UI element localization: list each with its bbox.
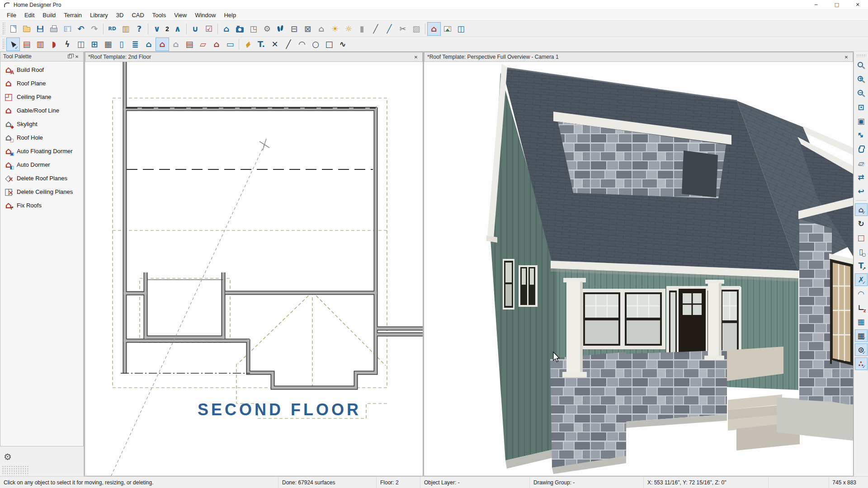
floor-down-button[interactable]: ∨ <box>150 22 164 36</box>
palette-item-fix-roofs[interactable]: ⌂↱Fix Roofs <box>0 198 83 212</box>
display-options-button[interactable]: ☑ <box>202 22 216 36</box>
palette-item-roof-hole[interactable]: ⌂▢Roof Hole <box>0 131 83 144</box>
undo-zoom-button[interactable]: ⊡ <box>855 101 868 113</box>
material-eyedropper-button[interactable]: ╱ <box>382 22 396 36</box>
redo-button[interactable]: ↷ <box>88 22 101 36</box>
gable-roof-button[interactable]: ⌂ <box>210 38 223 51</box>
zoom-in-button[interactable]: + <box>855 73 868 85</box>
menu-file[interactable]: File <box>3 10 20 20</box>
print-layout-button[interactable] <box>61 22 74 36</box>
toolbar-drag-handle[interactable] <box>856 54 866 57</box>
fence-tools-button[interactable]: ▥ <box>33 38 47 51</box>
wall-tools-button[interactable]: ▤ <box>20 38 33 51</box>
palette-item-build-roof[interactable]: ⌂ABuild Roof <box>0 63 83 76</box>
menu-view[interactable]: View <box>170 10 191 20</box>
final-view-button[interactable]: ⌂ <box>315 22 328 36</box>
arc-snap-button[interactable]: ◠ <box>855 287 868 300</box>
reference-display-button[interactable]: RD <box>105 22 119 36</box>
open-plan-button[interactable] <box>20 22 33 36</box>
window-titlebar[interactable]: Home Designer Pro ─□✕ <box>0 0 868 10</box>
door-tools-button[interactable]: ◫ <box>74 38 88 51</box>
toolbar-drag-handle[interactable] <box>2 38 5 50</box>
grid-display-button[interactable]: ▦ <box>855 315 868 328</box>
print-button[interactable] <box>47 22 61 36</box>
palette-item-auto-dormer[interactable]: ⌂◧Auto Dormer <box>0 158 83 171</box>
fill-window-building-button[interactable]: ↕ <box>855 129 868 141</box>
floor-up-button[interactable]: ∧ <box>171 22 184 36</box>
layer-display-options-button[interactable]: ▱ <box>855 157 868 169</box>
undo-button[interactable]: ↶ <box>74 22 88 36</box>
cad-circle-button[interactable]: ○ <box>309 38 322 51</box>
library-browser-button[interactable]: ▥ <box>119 22 132 36</box>
save-plan-button[interactable] <box>33 22 47 36</box>
cad-arc-button[interactable]: ◠ <box>295 38 309 51</box>
walkthrough-button[interactable] <box>274 22 288 36</box>
fixture-tools-button[interactable]: ▯ <box>115 38 128 51</box>
camera-panel-titlebar[interactable]: *Roof Template: Perspective Full Overvie… <box>424 52 853 62</box>
cabinet-tools-button[interactable]: ▦ <box>101 38 115 51</box>
close-button[interactable]: ✕ <box>847 0 868 9</box>
camera-view-canvas[interactable] <box>424 62 853 476</box>
slab-tools-button[interactable]: ▭ <box>223 38 237 51</box>
palette-drag-handle[interactable] <box>2 465 29 475</box>
preview-button[interactable]: ▯○ <box>855 245 868 258</box>
palette-float-button[interactable] <box>66 53 73 60</box>
menu-tools[interactable]: Tools <box>148 10 170 20</box>
plan-view-canvas[interactable]: SECOND FLOOR <box>85 62 423 476</box>
camera-dolly-button[interactable]: ⊟ <box>288 22 301 36</box>
palette-item-gable-roof-line[interactable]: ⌂Gable/Roof Line <box>0 103 83 117</box>
picture-file-button[interactable] <box>441 22 454 36</box>
palette-settings-button[interactable]: ⚙ <box>2 451 14 463</box>
palette-item-skylight[interactable]: ⌂◆Skylight <box>0 117 83 131</box>
cad-line-button[interactable]: ╱ <box>282 38 295 51</box>
color-chooser-button[interactable]: ╱ <box>369 22 382 36</box>
palette-item-ceiling-plane[interactable]: ◰Ceiling Plane <box>0 90 83 103</box>
grid-snaps-toggle[interactable]: ▦✓ <box>855 329 868 342</box>
cross-section-button[interactable]: ⊠ <box>301 22 315 36</box>
point-marker-button[interactable]: ✕ <box>268 38 282 51</box>
tools-button[interactable]: ⚙ <box>260 22 274 36</box>
zoom-tool-button[interactable] <box>855 59 868 71</box>
zoom-out-button[interactable]: − <box>855 87 868 99</box>
palette-item-auto-floating-dormer[interactable]: ⌂▣Auto Floating Dormer <box>0 144 83 158</box>
maximize-button[interactable]: □ <box>826 0 847 9</box>
swap-layers-button[interactable]: ⇄ <box>855 171 868 183</box>
text-tools-button[interactable]: T. <box>255 38 268 51</box>
tape-measure-button[interactable]: T↗ <box>855 259 868 272</box>
cad-box-button[interactable]: □ <box>322 38 336 51</box>
coordinate-axes-button[interactable]: ∟z <box>855 301 868 314</box>
window-tools-button[interactable]: ⊞ <box>88 38 101 51</box>
plan-view-toggle[interactable]: ⌂✓ <box>855 203 868 216</box>
default-settings-button[interactable]: ∪ <box>189 22 202 36</box>
plan-panel-close-button[interactable]: ✕ <box>412 53 420 61</box>
menu-window[interactable]: Window <box>191 10 220 20</box>
pan-window-button[interactable] <box>855 143 868 155</box>
menu-cad[interactable]: CAD <box>127 10 148 20</box>
object-snaps-toggle[interactable]: ✗✓ <box>855 273 868 286</box>
plan-panel-titlebar[interactable]: *Roof Template: 2nd Floor ✕ <box>85 52 423 62</box>
minimize-button[interactable]: ─ <box>806 0 826 9</box>
adjust-sunlight-button[interactable]: ☼ <box>342 22 355 36</box>
palette-close-button[interactable]: ✕ <box>73 53 80 60</box>
roof-plane-tool-button[interactable]: ▱ <box>196 38 210 51</box>
roof-tools-button[interactable]: ⌂ <box>156 38 169 51</box>
undo-view-button[interactable]: ↩ <box>855 185 868 197</box>
elevation-view-button[interactable]: ◳ <box>247 22 260 36</box>
toggle-sunlight-button[interactable]: ☀ <box>328 22 342 36</box>
build-house-button[interactable]: ⌂ <box>220 22 233 36</box>
camera-view-button[interactable] <box>233 22 247 36</box>
fireplace-button[interactable]: ▤ <box>183 38 196 51</box>
menu-terrain[interactable]: Terrain <box>60 10 86 20</box>
palette-item-delete-ceiling-planes[interactable]: ◫✕Delete Ceiling Planes <box>0 185 83 198</box>
menu-3d[interactable]: 3D <box>112 10 128 20</box>
menu-edit[interactable]: Edit <box>20 10 38 20</box>
rotate-view-button[interactable]: ↻ <box>855 217 868 230</box>
break-wall-button[interactable]: ϟ <box>61 38 74 51</box>
angle-snaps-toggle[interactable]: ∴✓ <box>855 357 868 370</box>
delete-tools-button[interactable]: ✂ <box>396 22 410 36</box>
new-plan-button[interactable] <box>6 22 20 36</box>
library-object-button[interactable]: ⌂ <box>142 38 156 51</box>
select-objects-button[interactable]: ✓ <box>6 38 20 51</box>
hatch-tool-button[interactable]: ▨ <box>410 22 423 36</box>
cad-spline-button[interactable]: ∿ <box>336 38 349 51</box>
